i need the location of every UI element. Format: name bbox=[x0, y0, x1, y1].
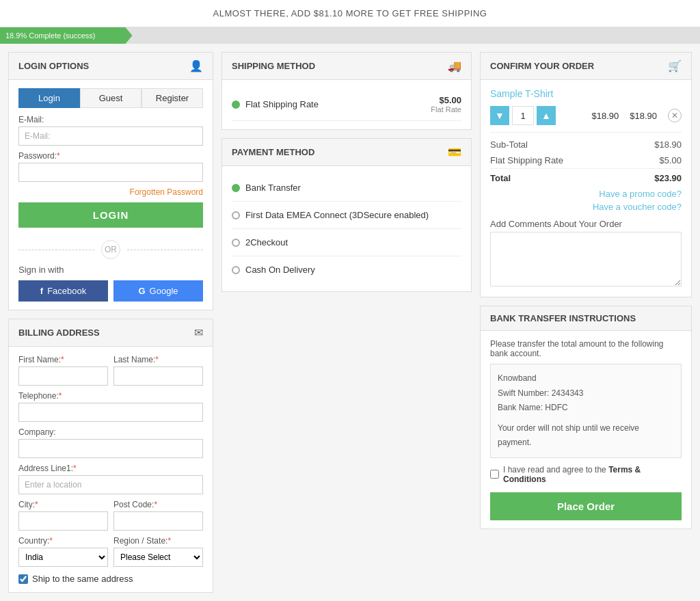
sign-in-label: Sign in with bbox=[18, 265, 203, 275]
company-label: Company: bbox=[18, 427, 203, 437]
facebook-icon: f bbox=[40, 286, 43, 296]
terms-checkbox[interactable] bbox=[490, 470, 499, 479]
payment-option-bank[interactable]: Bank Transfer bbox=[232, 174, 461, 202]
bank-info: Knowband Swift Number: 2434343 Bank Name… bbox=[490, 364, 682, 458]
country-group: Country:* India bbox=[18, 536, 108, 567]
product-title[interactable]: Sample T-Shirt bbox=[490, 88, 682, 99]
city-postcode-row: City:* Post Code:* bbox=[18, 500, 203, 536]
city-group: City:* bbox=[18, 500, 108, 536]
qty-value: 1 bbox=[512, 106, 534, 125]
shipping-header: SHIPPING METHOD 🚚 bbox=[222, 53, 471, 80]
last-name-group: Last Name:* bbox=[113, 355, 203, 391]
payment-option-firstdata[interactable]: First Data EMEA Connect (3DSecure enable… bbox=[232, 202, 461, 229]
tab-guest[interactable]: Guest bbox=[80, 88, 142, 108]
ship-same-checkbox[interactable] bbox=[18, 574, 28, 584]
summary-divider bbox=[490, 132, 682, 133]
telephone-input[interactable] bbox=[18, 403, 203, 422]
social-buttons: f Facebook G Google bbox=[18, 280, 203, 302]
forgotten-password-link[interactable]: Forgotten Password bbox=[18, 187, 203, 197]
bank-description: Please transfer the total amount to the … bbox=[490, 339, 682, 358]
topbar-message: ALMOST THERE, ADD $81.10 MORE TO GET FRE… bbox=[213, 8, 487, 18]
progress-label: 18.9% Complete (success) bbox=[5, 31, 95, 40]
facebook-label: Facebook bbox=[47, 286, 86, 296]
place-order-button[interactable]: Place Order bbox=[490, 492, 682, 520]
progress-bar-fill: 18.9% Complete (success) bbox=[0, 27, 133, 44]
login-tabs: Login Guest Register bbox=[18, 88, 203, 108]
city-input[interactable] bbox=[18, 511, 108, 531]
shipping-option-name: Flat Shipping Rate bbox=[245, 99, 319, 109]
progress-bar-container: 18.9% Complete (success) bbox=[0, 27, 700, 44]
postcode-input[interactable] bbox=[113, 511, 203, 531]
password-input[interactable] bbox=[18, 163, 203, 182]
payment-option-name-0: Bank Transfer bbox=[245, 183, 301, 193]
total-value: $23.90 bbox=[654, 173, 682, 183]
comments-textarea[interactable] bbox=[490, 232, 682, 286]
order-header: CONFIRM YOUR ORDER 🛒 bbox=[481, 53, 691, 80]
payment-radio-empty-3 bbox=[232, 266, 240, 274]
region-label: Region / State:* bbox=[113, 536, 203, 546]
last-name-label: Last Name:* bbox=[113, 355, 203, 364]
region-select[interactable]: Please Select bbox=[113, 548, 203, 567]
total-row: Total $23.90 bbox=[490, 168, 682, 186]
billing-section: BILLING ADDRESS ✉ First Name:* Last Name… bbox=[8, 319, 213, 593]
billing-title: BILLING ADDRESS bbox=[18, 328, 100, 338]
tab-login[interactable]: Login bbox=[18, 88, 80, 108]
company-input[interactable] bbox=[18, 439, 203, 458]
unit-price: $18.90 bbox=[591, 111, 619, 121]
google-label: Google bbox=[150, 286, 178, 296]
postcode-group: Post Code:* bbox=[113, 500, 203, 536]
tab-register[interactable]: Register bbox=[142, 88, 203, 108]
login-title: LOGIN OPTIONS bbox=[18, 61, 89, 71]
payment-section: PAYMENT METHOD 💳 Bank Transfer First Dat… bbox=[221, 138, 472, 292]
bank-header: BANK TRANSFER INSTRUCTIONS bbox=[481, 306, 691, 331]
ship-same-label: Ship to the same address bbox=[32, 574, 133, 584]
country-label: Country:* bbox=[18, 536, 108, 546]
telephone-label: Telephone:* bbox=[18, 391, 203, 401]
cart-icon: 🛒 bbox=[668, 59, 682, 72]
shipping-body: Flat Shipping Rate $5.00 Flat Rate bbox=[222, 80, 471, 129]
bank-info-line-1: Swift Number: 2434343 bbox=[498, 386, 674, 401]
qty-decrease-button[interactable]: ▼ bbox=[490, 106, 509, 125]
bank-info-line-4: Your order will not ship until we receiv… bbox=[498, 421, 674, 451]
bank-info-spacer bbox=[498, 416, 674, 421]
remove-item-button[interactable]: ✕ bbox=[668, 109, 682, 122]
left-column: LOGIN OPTIONS 👤 Login Guest Register E-M… bbox=[8, 52, 213, 601]
shipping-option-right: $5.00 Flat Rate bbox=[431, 95, 461, 113]
total-label: Total bbox=[490, 173, 511, 183]
envelope-icon: ✉ bbox=[194, 326, 203, 339]
payment-option-name-1: First Data EMEA Connect (3DSecure enable… bbox=[245, 210, 429, 220]
email-input[interactable] bbox=[18, 126, 203, 146]
payment-body: Bank Transfer First Data EMEA Connect (3… bbox=[222, 166, 471, 291]
promo-code-link[interactable]: Have a promo code? bbox=[490, 189, 682, 199]
shipping-rate-row: Flat Shipping Rate $5.00 bbox=[490, 152, 682, 168]
voucher-code-link[interactable]: Have a voucher code? bbox=[490, 202, 682, 212]
shipping-option-left: Flat Shipping Rate bbox=[232, 99, 319, 109]
bank-section: BANK TRANSFER INSTRUCTIONS Please transf… bbox=[480, 306, 692, 529]
first-name-group: First Name:* bbox=[18, 355, 108, 391]
facebook-button[interactable]: f Facebook bbox=[18, 280, 108, 302]
qty-increase-button[interactable]: ▲ bbox=[537, 106, 556, 125]
middle-column: SHIPPING METHOD 🚚 Flat Shipping Rate $5.… bbox=[221, 52, 472, 300]
region-group: Region / State:* Please Select bbox=[113, 536, 203, 567]
last-name-input[interactable] bbox=[113, 366, 203, 386]
country-select[interactable]: India bbox=[18, 548, 108, 567]
login-header: LOGIN OPTIONS 👤 bbox=[9, 53, 213, 80]
password-label: Password:* bbox=[18, 151, 203, 161]
subtotal-row: Sub-Total $18.90 bbox=[490, 137, 682, 152]
bank-info-line-2: Bank Name: HDFC bbox=[498, 401, 674, 416]
shipping-option[interactable]: Flat Shipping Rate $5.00 Flat Rate bbox=[232, 88, 461, 121]
first-name-input[interactable] bbox=[18, 366, 108, 386]
payment-option-cod[interactable]: Cash On Delivery bbox=[232, 256, 461, 283]
payment-option-2checkout[interactable]: 2Checkout bbox=[232, 229, 461, 256]
subtotal-label: Sub-Total bbox=[490, 139, 528, 150]
qty-control: ▼ 1 ▲ bbox=[490, 106, 556, 125]
or-text: OR bbox=[101, 240, 120, 259]
shipping-title: SHIPPING METHOD bbox=[232, 61, 315, 71]
google-button[interactable]: G Google bbox=[113, 280, 203, 302]
item-total-price: $18.90 bbox=[630, 111, 657, 121]
payment-radio-selected bbox=[232, 184, 240, 192]
shipping-radio-selected bbox=[232, 101, 240, 109]
address-input[interactable] bbox=[18, 475, 203, 494]
payment-radio-empty-1 bbox=[232, 211, 240, 219]
login-button[interactable]: LOGIN bbox=[18, 202, 203, 228]
